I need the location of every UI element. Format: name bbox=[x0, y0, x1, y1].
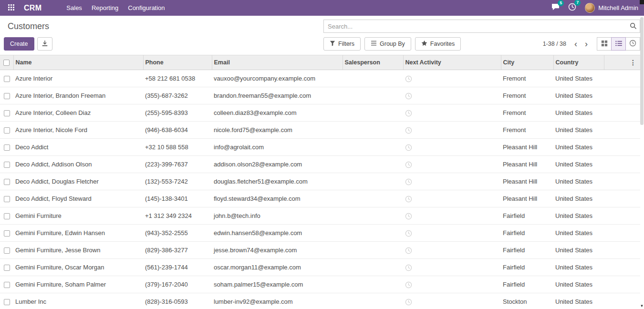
cell-phone[interactable]: (255)-595-8393 bbox=[143, 104, 212, 122]
cell-phone[interactable]: +32 10 588 558 bbox=[143, 139, 212, 156]
search-input[interactable] bbox=[323, 20, 640, 33]
table-row[interactable]: Lumber Inc (828)-316-0593 lumber-inv92@e… bbox=[0, 293, 640, 309]
cell-salesperson[interactable] bbox=[343, 70, 403, 87]
table-row[interactable]: Azure Interior, Brandon Freeman (355)-68… bbox=[0, 87, 640, 104]
cell-phone[interactable]: (355)-687-3262 bbox=[143, 87, 212, 104]
favorites-button[interactable]: Favorites bbox=[415, 37, 461, 51]
kanban-view-button[interactable] bbox=[597, 37, 612, 51]
table-row[interactable]: Azure Interior, Nicole Ford (946)-638-60… bbox=[0, 122, 640, 139]
table-row[interactable]: Azure Interior, Colleen Diaz (255)-595-8… bbox=[0, 104, 640, 122]
cell-next-activity[interactable] bbox=[403, 190, 501, 207]
user-menu[interactable]: Mitchell Admin bbox=[585, 3, 638, 13]
list-view-button[interactable] bbox=[611, 37, 626, 51]
column-header-email[interactable]: Email bbox=[212, 55, 343, 70]
cell-name[interactable]: Gemini Furniture, Soham Palmer bbox=[13, 276, 143, 293]
cell-city[interactable]: Pleasant Hill bbox=[501, 156, 553, 173]
row-checkbox[interactable] bbox=[4, 282, 10, 288]
cell-email[interactable]: colleen.diaz83@example.com bbox=[212, 104, 343, 122]
pager-next-icon[interactable]: › bbox=[582, 40, 591, 48]
cell-email[interactable]: edwin.hansen58@example.com bbox=[212, 225, 343, 242]
cell-country[interactable]: United States bbox=[553, 259, 604, 276]
cell-city[interactable]: Fairfield bbox=[501, 276, 553, 293]
cell-country[interactable]: United States bbox=[553, 293, 604, 309]
cell-phone[interactable]: (829)-386-3277 bbox=[143, 242, 212, 259]
table-row[interactable]: Gemini Furniture, Oscar Morgan (561)-239… bbox=[0, 259, 640, 276]
cell-salesperson[interactable] bbox=[343, 225, 403, 242]
apps-menu-button[interactable] bbox=[5, 0, 17, 16]
row-checkbox[interactable] bbox=[4, 110, 10, 116]
cell-country[interactable]: United States bbox=[553, 156, 604, 173]
table-row[interactable]: Gemini Furniture, Jesse Brown (829)-386-… bbox=[0, 242, 640, 259]
cell-phone[interactable]: (379)-167-2040 bbox=[143, 276, 212, 293]
cell-email[interactable]: vauxoo@yourcompany.example.com bbox=[212, 70, 343, 87]
cell-salesperson[interactable] bbox=[343, 207, 403, 225]
cell-phone[interactable]: +1 312 349 2324 bbox=[143, 207, 212, 225]
optional-columns-toggle-icon[interactable]: ⋮ bbox=[630, 59, 636, 66]
cell-next-activity[interactable] bbox=[403, 139, 501, 156]
row-checkbox[interactable] bbox=[4, 213, 10, 219]
filters-button[interactable]: Filters bbox=[323, 37, 361, 51]
cell-next-activity[interactable] bbox=[403, 207, 501, 225]
cell-name[interactable]: Azure Interior, Colleen Diaz bbox=[13, 104, 143, 122]
cell-name[interactable]: Deco Addict, Addison Olson bbox=[13, 156, 143, 173]
cell-email[interactable]: jesse.brown74@example.com bbox=[212, 242, 343, 259]
cell-salesperson[interactable] bbox=[343, 259, 403, 276]
cell-city[interactable]: Fremont bbox=[501, 87, 553, 104]
select-all-checkbox[interactable] bbox=[3, 60, 10, 66]
pager-previous-icon[interactable]: ‹ bbox=[571, 40, 581, 48]
row-checkbox[interactable] bbox=[4, 247, 10, 254]
row-checkbox[interactable] bbox=[4, 230, 10, 237]
cell-phone[interactable]: (132)-553-7242 bbox=[143, 173, 212, 190]
cell-country[interactable]: United States bbox=[553, 173, 604, 190]
cell-next-activity[interactable] bbox=[403, 122, 501, 139]
activity-view-button[interactable] bbox=[625, 37, 640, 51]
cell-email[interactable]: nicole.ford75@example.com bbox=[212, 122, 343, 139]
cell-email[interactable]: soham.palmer15@example.com bbox=[212, 276, 343, 293]
export-button[interactable] bbox=[37, 37, 52, 51]
cell-email[interactable]: floyd.steward34@example.com bbox=[212, 190, 343, 207]
row-checkbox[interactable] bbox=[4, 162, 10, 168]
scrollbar-up-arrow[interactable] bbox=[640, 0, 644, 4]
cell-next-activity[interactable] bbox=[403, 104, 501, 122]
cell-city[interactable]: Pleasant Hill bbox=[501, 190, 553, 207]
menu-sales[interactable]: Sales bbox=[62, 0, 87, 16]
column-header-city[interactable]: City bbox=[501, 55, 553, 70]
cell-country[interactable]: United States bbox=[553, 104, 604, 122]
cell-phone[interactable]: (561)-239-1744 bbox=[143, 259, 212, 276]
cell-city[interactable]: Fremont bbox=[501, 70, 553, 87]
row-checkbox[interactable] bbox=[4, 179, 10, 185]
cell-email[interactable]: info@agrolait.com bbox=[212, 139, 343, 156]
cell-city[interactable]: Pleasant Hill bbox=[501, 139, 553, 156]
cell-city[interactable]: Pleasant Hill bbox=[501, 173, 553, 190]
cell-city[interactable]: Fairfield bbox=[501, 242, 553, 259]
table-row[interactable]: Deco Addict +32 10 588 558 info@agrolait… bbox=[0, 139, 640, 156]
cell-email[interactable]: douglas.fletcher51@example.com bbox=[212, 173, 343, 190]
messages-button[interactable]: 5 bbox=[551, 3, 560, 12]
cell-city[interactable]: Fremont bbox=[501, 122, 553, 139]
cell-salesperson[interactable] bbox=[343, 156, 403, 173]
cell-country[interactable]: United States bbox=[553, 190, 604, 207]
column-header-next-activity[interactable]: Next Activity bbox=[403, 55, 501, 70]
column-header-country[interactable]: Country bbox=[553, 55, 604, 70]
cell-city[interactable]: Stockton bbox=[501, 293, 553, 309]
row-checkbox[interactable] bbox=[4, 196, 10, 202]
cell-city[interactable]: Fairfield bbox=[501, 225, 553, 242]
cell-city[interactable]: Fairfield bbox=[501, 207, 553, 225]
cell-next-activity[interactable] bbox=[403, 173, 501, 190]
cell-country[interactable]: United States bbox=[553, 139, 604, 156]
cell-next-activity[interactable] bbox=[403, 225, 501, 242]
column-header-name[interactable]: Name bbox=[13, 55, 143, 70]
cell-country[interactable]: United States bbox=[553, 122, 604, 139]
cell-email[interactable]: addison.olson28@example.com bbox=[212, 156, 343, 173]
row-checkbox[interactable] bbox=[4, 265, 10, 271]
cell-phone[interactable]: (828)-316-0593 bbox=[143, 293, 212, 309]
cell-country[interactable]: United States bbox=[553, 225, 604, 242]
cell-country[interactable]: United States bbox=[553, 87, 604, 104]
cell-next-activity[interactable] bbox=[403, 276, 501, 293]
cell-city[interactable]: Fairfield bbox=[501, 259, 553, 276]
app-name[interactable]: CRM bbox=[24, 4, 42, 12]
cell-country[interactable]: United States bbox=[553, 242, 604, 259]
menu-configuration[interactable]: Configuration bbox=[123, 0, 169, 16]
cell-next-activity[interactable] bbox=[403, 259, 501, 276]
cell-phone[interactable]: (223)-399-7637 bbox=[143, 156, 212, 173]
